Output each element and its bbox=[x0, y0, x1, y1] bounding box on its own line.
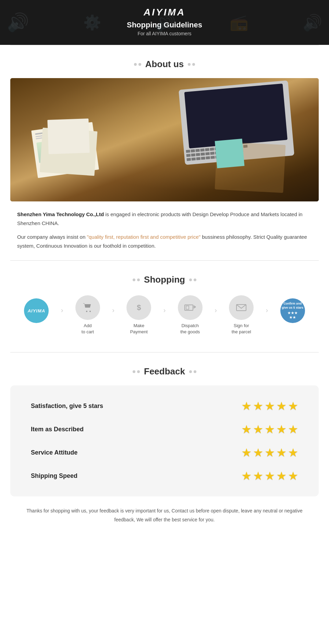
company-name: Shenzhen Yima Technology Co.,Ltd bbox=[17, 211, 104, 217]
dot bbox=[194, 370, 196, 373]
dot bbox=[189, 278, 192, 281]
dot bbox=[192, 63, 195, 66]
star-3: ★ bbox=[265, 422, 275, 436]
dispatch-icon bbox=[184, 303, 196, 312]
aiyima-brand-small: AIYIMA bbox=[28, 308, 46, 313]
stars-satisfaction: ★ ★ ★ ★ ★ bbox=[241, 399, 298, 413]
star-4: ★ bbox=[276, 399, 287, 413]
feedback-dots-left bbox=[133, 370, 140, 373]
shopping-section-header: Shopping bbox=[0, 274, 329, 285]
divider-shopping bbox=[10, 260, 319, 261]
about-desc2-prefix: Our company always insist on bbox=[17, 234, 87, 240]
feedback-row-satisfaction: Satisfaction, give 5 stars ★ ★ ★ ★ ★ bbox=[31, 399, 298, 413]
star-3: ★ bbox=[265, 399, 275, 413]
about-paragraph-2: Our company always insist on "quality fi… bbox=[17, 233, 312, 250]
header-title: Shopping Guidelines bbox=[0, 21, 329, 29]
paper-3 bbox=[47, 119, 89, 154]
feedback-row-service: Service Attitude ★ ★ ★ ★ ★ bbox=[31, 446, 298, 459]
dot bbox=[138, 63, 141, 66]
feedback-row-item: Item as Described ★ ★ ★ ★ ★ bbox=[31, 422, 298, 436]
dot bbox=[133, 370, 135, 373]
flow-label-confirm bbox=[292, 326, 293, 332]
flow-step-sign: Sign forthe parcel bbox=[215, 295, 268, 335]
mail-icon bbox=[236, 304, 246, 312]
feedback-row-shipping: Shipping Speed ★ ★ ★ ★ ★ bbox=[31, 469, 298, 483]
handshake-bg bbox=[10, 78, 319, 201]
feedback-card: Satisfaction, give 5 stars ★ ★ ★ ★ ★ Ite… bbox=[10, 385, 319, 496]
stars-shipping: ★ ★ ★ ★ ★ bbox=[241, 469, 298, 483]
flow-label-cart: Addto cart bbox=[82, 323, 94, 335]
dot bbox=[188, 63, 191, 66]
dot bbox=[133, 278, 135, 281]
page-header: 🔊 ⚙️ 🔊 📻 🔊 AIYIMA Shopping Guidelines Fo… bbox=[0, 0, 329, 45]
feedback-label-item: Item as Described bbox=[31, 426, 84, 433]
payment-icon: $ bbox=[137, 303, 141, 312]
about-hero-image bbox=[10, 78, 319, 201]
about-text-block: Shenzhen Yima Technology Co.,Ltd is enga… bbox=[17, 210, 312, 250]
cart-icon bbox=[83, 303, 93, 312]
laptop-screen bbox=[184, 84, 288, 148]
shopping-dots-left bbox=[133, 278, 140, 281]
footer-note: Thanks for shopping with us, your feedba… bbox=[21, 507, 308, 524]
flow-label-dispatch: Dispatchthe goods bbox=[180, 323, 200, 335]
flow-label-payment: MakePayment bbox=[130, 323, 148, 335]
aiyima-logo-circle: AIYIMA bbox=[24, 298, 49, 323]
shopping-dots-right bbox=[189, 278, 196, 281]
papers-decoration bbox=[31, 119, 106, 181]
dot bbox=[189, 370, 192, 373]
dots-left bbox=[134, 63, 141, 66]
star-1: ★ bbox=[241, 469, 252, 483]
confirm-circle: Confirm andgive us 5 stars ★★★★★ bbox=[280, 298, 305, 323]
about-paragraph-1: Shenzhen Yima Technology Co.,Ltd is enga… bbox=[17, 210, 312, 227]
feedback-section-header: Feedback bbox=[0, 366, 329, 377]
star-1: ★ bbox=[241, 446, 252, 459]
divider-feedback bbox=[10, 352, 319, 352]
feedback-label-shipping: Shipping Speed bbox=[31, 472, 77, 480]
star-1: ★ bbox=[241, 422, 252, 436]
header-subtitle: For all AIYIMA customers bbox=[0, 31, 329, 36]
star-2: ★ bbox=[253, 446, 263, 459]
stars-item: ★ ★ ★ ★ ★ bbox=[241, 422, 298, 436]
confirm-stars: ★★★★★ bbox=[288, 311, 298, 320]
dot bbox=[137, 278, 140, 281]
svg-rect-3 bbox=[186, 306, 189, 309]
dot bbox=[194, 278, 196, 281]
star-3: ★ bbox=[265, 446, 275, 459]
star-5: ★ bbox=[288, 446, 298, 459]
flow-step-confirm: Confirm andgive us 5 stars ★★★★★ bbox=[266, 298, 319, 332]
svg-point-0 bbox=[86, 311, 87, 312]
stars-service: ★ ★ ★ ★ ★ bbox=[241, 446, 298, 459]
star-4: ★ bbox=[276, 469, 287, 483]
about-quote: "quality first, reputation first and com… bbox=[87, 234, 200, 240]
dispatch-icon-circle bbox=[178, 295, 203, 320]
flow-step-cart: Addto cart bbox=[61, 295, 114, 335]
divider-about bbox=[10, 45, 319, 45]
about-section-header: About us bbox=[0, 59, 329, 70]
brand-name: AIYIMA bbox=[0, 7, 329, 18]
star-5: ★ bbox=[288, 469, 298, 483]
flow-label-aiyima bbox=[36, 326, 37, 332]
sticky-note bbox=[215, 139, 245, 169]
star-5: ★ bbox=[288, 422, 298, 436]
feedback-label-satisfaction: Satisfaction, give 5 stars bbox=[31, 402, 103, 410]
dot bbox=[134, 63, 137, 66]
dots-right bbox=[188, 63, 195, 66]
flow-step-payment: $ MakePayment bbox=[113, 295, 165, 335]
feedback-section-title: Feedback bbox=[144, 366, 185, 377]
star-4: ★ bbox=[276, 422, 287, 436]
star-2: ★ bbox=[253, 422, 263, 436]
flow-step-aiyima: AIYIMA bbox=[10, 298, 63, 332]
star-2: ★ bbox=[253, 469, 263, 483]
payment-icon-circle: $ bbox=[126, 295, 151, 320]
about-section-title: About us bbox=[145, 59, 184, 70]
feedback-dots-right bbox=[189, 370, 196, 373]
shopping-section-title: Shopping bbox=[144, 274, 185, 285]
star-3: ★ bbox=[265, 469, 275, 483]
confirm-text: Confirm andgive us 5 stars bbox=[280, 302, 305, 310]
flow-label-sign: Sign forthe parcel bbox=[232, 323, 251, 335]
feedback-label-service: Service Attitude bbox=[31, 449, 77, 456]
svg-point-1 bbox=[89, 311, 91, 312]
flow-step-dispatch: Dispatchthe goods bbox=[164, 295, 216, 335]
star-2: ★ bbox=[253, 399, 263, 413]
sign-icon-circle bbox=[229, 295, 254, 320]
